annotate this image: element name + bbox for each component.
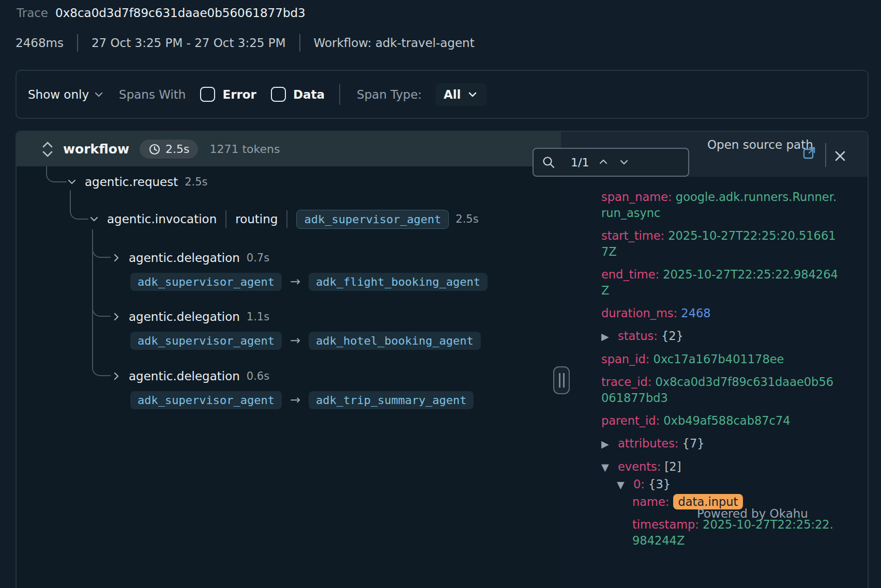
span-row-delegation[interactable]: agentic.delegation 1.1s [111,306,269,327]
json-key: parent_id: [601,414,660,427]
divider [286,210,287,228]
divider [77,34,78,52]
trace-meta: 2468ms 27 Oct 3:25 PM - 27 Oct 3:25 PM W… [16,34,475,52]
chevron-down-icon[interactable] [66,176,78,188]
arrow-right-icon: → [290,333,300,348]
trace-title: Trace0x8ca0d3d7f89c631daae0b56061877bd3 [17,6,306,20]
agent-tag[interactable]: adk_flight_booking_agent [309,273,488,291]
workflow-title: workflow [63,142,129,157]
span-tree-panel: workflow 2.5s 1271 tokens agentic.reques… [17,132,561,588]
error-checkbox[interactable] [200,87,215,102]
tree-connector [70,190,88,220]
divider [825,143,826,167]
detail-row: end_time: 2025-10-27T22:25:22.984264Z [601,267,839,299]
json-key: trace_id: [601,375,651,389]
json-key: start_time: [601,229,664,242]
panel-resize-handle[interactable] [553,366,570,394]
span-type-label: Span Type: [357,88,422,101]
span-label: agentic.invocation [107,212,217,226]
collapsed-triangle-icon[interactable]: ▶ [601,436,618,452]
span-label: agentic.delegation [129,369,240,383]
trace-label: Trace [17,6,48,20]
agent-tag[interactable]: adk_supervisor_agent [296,210,449,229]
json-key: name: [632,495,669,508]
chevron-down-icon[interactable] [88,213,100,225]
span-row-delegation[interactable]: agentic.delegation 0.6s [111,366,269,386]
delegation-agents: adk_supervisor_agent → adk_flight_bookin… [130,271,488,292]
json-value: {7} [682,437,705,450]
span-duration: 0.6s [247,370,269,382]
chevron-right-icon[interactable] [111,252,122,264]
collapsed-triangle-icon[interactable]: ▶ [601,329,618,345]
chevron-down-icon[interactable] [618,156,630,168]
span-detail-json: span_name: google.adk.runners.Runner.run… [561,177,868,555]
agent-tag[interactable]: adk_hotel_booking_agent [309,332,481,350]
divider [225,210,226,228]
spans-with-label: Spans With [119,88,186,101]
detail-row: duration_ms: 2468 [601,305,839,321]
chevron-down-icon [93,89,104,100]
detail-row: ▼0: {3} [601,476,839,493]
agent-tag[interactable]: adk_trip_summary_agent [309,391,474,409]
detail-row: ▼events: [2] [601,459,839,475]
detail-row: start_time: 2025-10-27T22:25:20.516617Z [601,228,839,260]
search-match-count: 1/1 [571,156,589,169]
detail-row: span_name: google.adk.runners.Runner.run… [601,189,839,221]
detail-row: ▶status: {2} [601,328,839,345]
tree-connector [46,166,67,182]
powered-by-watermark: Powered by Okahu [697,507,808,520]
span-duration: 2.5s [185,176,207,188]
detail-row: span_id: 0xc17a167b401178ee [601,351,839,367]
agent-tag[interactable]: adk_supervisor_agent [130,273,282,291]
json-key: attributes: [618,437,678,450]
json-value: [2] [665,460,681,473]
detail-row: timestamp: 2025-10-27T22:25:22.984244Z [601,517,839,549]
chevron-right-icon[interactable] [111,370,122,382]
open-source-path-link[interactable]: Open source path [707,136,816,154]
detail-row: parent_id: 0xb49af588cab87c74 [601,413,839,429]
json-key: status: [618,329,658,343]
trace-workflow-name: Workflow: adk-travel-agent [314,36,475,50]
span-row-delegation[interactable]: agentic.delegation 0.7s [111,247,269,268]
json-value: {3} [648,477,671,491]
json-value: 0xc17a167b401178ee [654,352,784,366]
json-key: end_time: [601,268,659,281]
arrow-right-icon: → [290,274,300,289]
json-key: events: [618,460,661,473]
expanded-triangle-icon[interactable]: ▼ [601,459,618,475]
span-duration: 2.5s [455,213,478,225]
divider [339,84,340,105]
json-value: 2468 [681,306,710,320]
chevron-up-icon[interactable] [597,156,610,168]
close-icon[interactable] [833,149,847,163]
json-key: span_id: [601,352,649,366]
trace-duration: 2468ms [16,36,64,50]
duration-pill: 2.5s [140,140,198,159]
data-checkbox-label: Data [293,88,325,101]
detail-search[interactable]: 1/1 [533,148,689,177]
json-key: span_name: [601,190,672,204]
span-type-select[interactable]: All [435,83,487,106]
delegation-agents: adk_supervisor_agent → adk_trip_summary_… [130,390,474,410]
show-only-label: Show only [28,88,89,101]
clock-icon [148,143,161,156]
json-value: {2} [661,329,683,343]
delegation-agents: adk_supervisor_agent → adk_hotel_booking… [130,330,481,351]
span-row-request[interactable]: agentic.request 2.5s [66,172,208,192]
agent-tag[interactable]: adk_supervisor_agent [130,332,282,350]
workflow-header: workflow 2.5s 1271 tokens [17,132,561,166]
tree-connector [92,229,111,376]
expand-collapse-all-icon[interactable] [40,140,55,159]
trace-id-value: 0x8ca0d3d7f89c631daae0b56061877bd3 [55,6,306,20]
chevron-down-icon [467,89,478,100]
detail-row: trace_id: 0x8ca0d3d7f89c631daae0b5606187… [601,374,839,406]
data-checkbox[interactable] [271,87,286,102]
external-link-icon[interactable] [801,145,817,161]
show-only-dropdown[interactable]: Show only [28,88,104,101]
expanded-triangle-icon[interactable]: ▼ [617,477,633,493]
agent-tag[interactable]: adk_supervisor_agent [130,391,282,409]
chevron-right-icon[interactable] [111,311,122,322]
span-row-invocation[interactable]: agentic.invocation routing adk_superviso… [88,209,479,229]
divider [299,34,300,52]
span-duration: 1.1s [247,311,269,323]
